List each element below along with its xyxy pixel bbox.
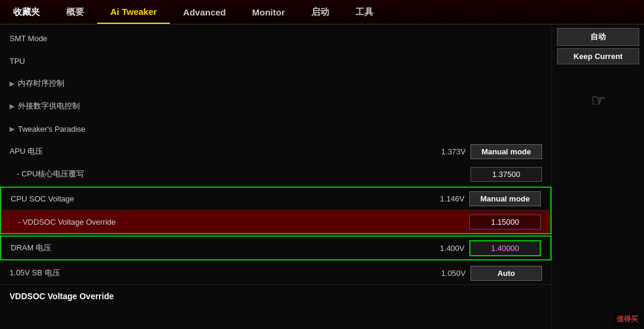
cpu-core-voltage-label: - CPU核心电压覆写: [10, 169, 470, 179]
setting-row-ext-power: ▶ 外接数字供电控制: [0, 95, 552, 117]
nav-item-advanced[interactable]: Advanced: [170, 0, 239, 24]
setting-row-apu-voltage: APU 电压 1.373V Manual mode: [0, 140, 552, 163]
cpu-core-voltage-control[interactable]: 1.37500: [470, 167, 542, 182]
dram-voltage-value: 1.400V: [429, 244, 465, 253]
cpu-soc-voltage-value: 1.146V: [429, 194, 465, 203]
apu-voltage-control[interactable]: Manual mode: [470, 144, 542, 159]
setting-row-tpu: TPU: [0, 49, 552, 72]
nav-item-summary[interactable]: 概要: [53, 0, 97, 24]
sb-voltage-control[interactable]: Auto: [470, 266, 542, 281]
dram-voltage-control[interactable]: 1.40000: [469, 240, 541, 256]
nav-item-favorites[interactable]: 收藏夹: [0, 0, 53, 24]
nav-item-boot[interactable]: 启动: [298, 0, 342, 24]
cpu-soc-voltage-label: CPU SOC Voltage: [11, 194, 429, 203]
nav-item-tools[interactable]: 工具: [342, 0, 386, 24]
hand-pointer-icon: ☞: [557, 91, 639, 110]
watermark: 值得买: [613, 313, 642, 325]
setting-row-sb-voltage: 1.05V SB 电压 1.050V Auto: [0, 262, 552, 284]
setting-row-tweakers-paradise: ▶ Tweaker's Paradise: [0, 117, 552, 140]
green-group-soc: CPU SOC Voltage 1.146V Manual mode - VDD…: [0, 187, 552, 234]
cpu-soc-voltage-control[interactable]: Manual mode: [469, 191, 541, 206]
apu-voltage-value: 1.373V: [430, 147, 466, 156]
smt-mode-label: SMT Mode: [10, 34, 542, 43]
nav-item-monitor[interactable]: Monitor: [239, 0, 298, 24]
setting-row-mem-timing: ▶ 内存时序控制: [0, 72, 552, 95]
bottom-label: VDDSOC Voltage Override: [10, 291, 114, 301]
sb-voltage-label: 1.05V SB 电压: [10, 268, 430, 278]
sb-voltage-value: 1.050V: [430, 269, 466, 278]
expand-arrow: ▶: [10, 80, 14, 88]
setting-row-cpu-soc-voltage: CPU SOC Voltage 1.146V Manual mode: [1, 188, 550, 210]
settings-panel: SMT Mode TPU ▶ 内存时序控制 ▶ 外接数字供电控制: [0, 24, 552, 329]
vddsoc-override-label: - VDDSOC Voltage Override: [11, 218, 469, 226]
bottom-info: VDDSOC Voltage Override: [0, 285, 552, 308]
setting-row-vddsoc-override: - VDDSOC Voltage Override 1.15000: [1, 210, 550, 233]
right-control-auto[interactable]: 自动: [557, 28, 639, 46]
navigation-bar: 收藏夹 概要 Ai Tweaker Advanced Monitor 启动 工具: [0, 0, 644, 24]
expand-arrow-2: ▶: [10, 103, 14, 110]
expand-arrow-3: ▶: [10, 125, 14, 133]
tpu-label: TPU: [10, 57, 542, 66]
setting-row-cpu-core-voltage: - CPU核心电压覆写 1.37500: [0, 163, 552, 185]
vddsoc-override-control[interactable]: 1.15000: [469, 215, 541, 229]
mem-timing-label: ▶ 内存时序控制: [10, 78, 542, 89]
right-panel: 自动 Keep Current ☞: [552, 24, 644, 329]
main-content: SMT Mode TPU ▶ 内存时序控制 ▶ 外接数字供电控制: [0, 24, 644, 329]
nav-item-ai-tweaker[interactable]: Ai Tweaker: [97, 0, 170, 24]
setting-row-smt-mode: SMT Mode: [0, 27, 552, 49]
tweakers-paradise-label: ▶ Tweaker's Paradise: [10, 125, 542, 134]
green-group-dram: DRAM 电压 1.400V 1.40000: [0, 235, 552, 260]
right-control-keep-current[interactable]: Keep Current: [557, 48, 639, 64]
apu-voltage-label: APU 电压: [10, 146, 430, 157]
ext-power-label: ▶ 外接数字供电控制: [10, 101, 542, 111]
dram-voltage-label: DRAM 电压: [11, 243, 429, 253]
setting-row-dram-voltage: DRAM 电压 1.400V 1.40000: [1, 237, 550, 259]
